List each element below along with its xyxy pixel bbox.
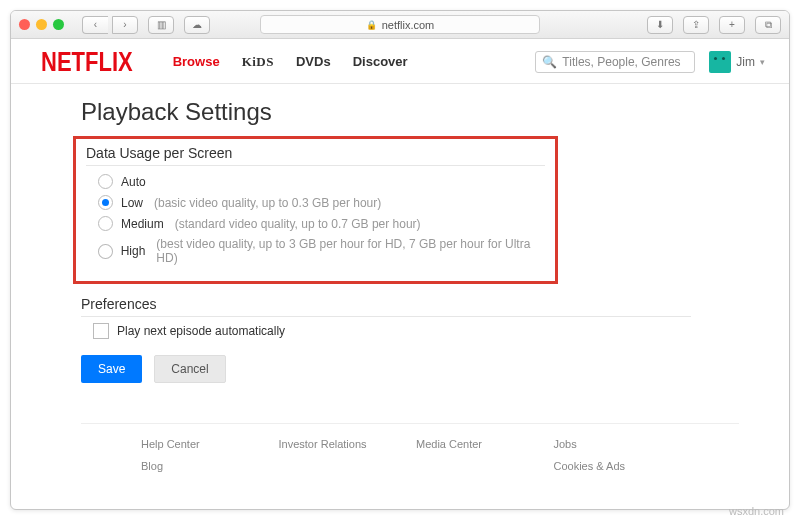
footer-media-center[interactable]: Media Center [416, 438, 542, 450]
footer-empty2 [416, 460, 542, 472]
search-placeholder: Titles, People, Genres [562, 55, 680, 69]
form-actions: Save Cancel [81, 355, 739, 383]
site-header: NETFLIX Browse KiDS DVDs Discover 🔍 Titl… [11, 39, 789, 84]
preferences-title: Preferences [81, 296, 691, 317]
footer-empty1 [279, 460, 405, 472]
nav-buttons: ‹ › [78, 16, 138, 34]
avatar [709, 51, 731, 73]
forward-button[interactable]: › [112, 16, 138, 34]
user-menu[interactable]: Jim ▾ [709, 51, 765, 73]
page-content: NETFLIX Browse KiDS DVDs Discover 🔍 Titl… [11, 39, 789, 509]
data-usage-option-high[interactable]: High (best video quality, up to 3 GB per… [98, 237, 545, 265]
user-name: Jim [736, 55, 755, 69]
data-usage-title: Data Usage per Screen [86, 145, 545, 166]
autoplay-row[interactable]: Play next episode automatically [93, 323, 739, 339]
cloud-tabs-button[interactable]: ☁ [184, 16, 210, 34]
footer-help-center[interactable]: Help Center [141, 438, 267, 450]
nav-browse[interactable]: Browse [173, 54, 220, 70]
browser-window: ‹ › ▥ ☁ 🔒 netflix.com ⬇ ⇪ + ⧉ NETFLIX Br… [10, 10, 790, 510]
close-window-button[interactable] [19, 19, 30, 30]
page-title: Playback Settings [81, 98, 739, 126]
tabs-button[interactable]: ⧉ [755, 16, 781, 34]
chevron-down-icon: ▾ [760, 57, 765, 67]
footer-links: Help Center Investor Relations Media Cen… [81, 423, 739, 472]
share-button[interactable]: ⇪ [683, 16, 709, 34]
main-nav: Browse KiDS DVDs Discover [173, 54, 408, 70]
autoplay-checkbox[interactable] [93, 323, 109, 339]
nav-dvds[interactable]: DVDs [296, 54, 331, 70]
radio-auto[interactable] [98, 174, 113, 189]
netflix-logo[interactable]: NETFLIX [41, 46, 133, 79]
watermark: wsxdn.com [729, 505, 784, 517]
data-usage-option-low[interactable]: Low (basic video quality, up to 0.3 GB p… [98, 195, 545, 210]
cancel-button[interactable]: Cancel [154, 355, 225, 383]
sidebar-button[interactable]: ▥ [148, 16, 174, 34]
radio-low[interactable] [98, 195, 113, 210]
lock-icon: 🔒 [366, 20, 377, 30]
url-host: netflix.com [382, 19, 435, 31]
header-right: 🔍 Titles, People, Genres Jim ▾ [535, 51, 765, 73]
downloads-button[interactable]: ⬇ [647, 16, 673, 34]
footer-cookies-ads[interactable]: Cookies & Ads [554, 460, 680, 472]
footer-blog[interactable]: Blog [141, 460, 267, 472]
browser-titlebar: ‹ › ▥ ☁ 🔒 netflix.com ⬇ ⇪ + ⧉ [11, 11, 789, 39]
address-bar[interactable]: 🔒 netflix.com [260, 15, 540, 34]
autoplay-label: Play next episode automatically [117, 324, 285, 338]
minimize-window-button[interactable] [36, 19, 47, 30]
nav-kids[interactable]: KiDS [242, 54, 274, 70]
footer-jobs[interactable]: Jobs [554, 438, 680, 450]
radio-medium[interactable] [98, 216, 113, 231]
save-button[interactable]: Save [81, 355, 142, 383]
new-tab-button[interactable]: + [719, 16, 745, 34]
search-icon: 🔍 [542, 55, 557, 69]
back-button[interactable]: ‹ [82, 16, 108, 34]
data-usage-option-auto[interactable]: Auto [98, 174, 545, 189]
nav-discover[interactable]: Discover [353, 54, 408, 70]
settings-content: Playback Settings Data Usage per Screen … [11, 84, 789, 472]
search-input[interactable]: 🔍 Titles, People, Genres [535, 51, 695, 73]
data-usage-section: Data Usage per Screen Auto Low (basic vi… [73, 136, 558, 284]
footer-investor-relations[interactable]: Investor Relations [279, 438, 405, 450]
data-usage-option-medium[interactable]: Medium (standard video quality, up to 0.… [98, 216, 545, 231]
radio-high[interactable] [98, 244, 113, 259]
window-controls [19, 19, 64, 30]
zoom-window-button[interactable] [53, 19, 64, 30]
